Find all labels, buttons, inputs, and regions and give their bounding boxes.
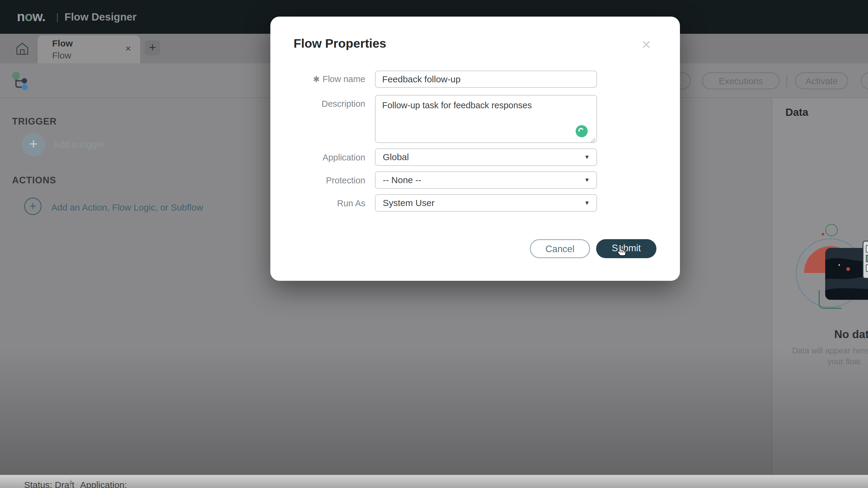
brand-letter-green: o — [25, 9, 33, 24]
now-logo: now. — [17, 9, 45, 24]
tab-flow[interactable]: Flow Flow × — [38, 35, 140, 63]
trigger-section-heading: TRIGGER — [12, 116, 57, 127]
header-divider: | — [56, 11, 59, 23]
status-value: Status: Draft — [24, 480, 74, 488]
modal-close-icon[interactable]: × — [642, 35, 651, 53]
table-icon-row — [866, 245, 868, 253]
brand-letter: n — [17, 9, 25, 24]
illustration-green-circle — [825, 224, 838, 236]
flow-branch-icon — [12, 72, 45, 96]
chevron-down-icon: ▼ — [584, 195, 590, 211]
add-trigger-label: Add a trigger — [53, 139, 105, 150]
no-data-message-line2: your flow. — [828, 357, 862, 367]
add-trigger-button[interactable]: + Add a trigger — [0, 130, 211, 160]
toolbar-divider — [786, 75, 787, 87]
submit-button[interactable]: Submit — [596, 239, 656, 258]
data-panel-heading: Data — [785, 106, 808, 118]
run-as-label: Run As — [270, 198, 365, 208]
partial-button-right[interactable] — [861, 73, 868, 89]
brand-letter: w. — [33, 9, 45, 24]
status-bar: Status: Draft | Application: — [0, 475, 868, 488]
protection-select-value: -- None -- — [383, 175, 421, 185]
actions-section-heading: ACTIONS — [12, 175, 56, 186]
illustration-red-dot — [822, 233, 824, 235]
illustration-card-red-dot — [846, 267, 850, 271]
illustration-corner-bracket — [818, 290, 841, 309]
no-data-title: No data — [834, 328, 868, 341]
executions-button[interactable]: Executions — [702, 73, 779, 89]
flow-name-label: ✱Flow name — [270, 74, 365, 84]
grammarly-arc — [578, 127, 585, 134]
home-icon — [16, 41, 29, 56]
chevron-down-icon: ▼ — [584, 172, 590, 188]
tab-subtitle: Flow — [52, 50, 71, 61]
add-action-label: Add an Action, Flow Logic, or Subflow — [51, 202, 203, 212]
add-action-button[interactable]: + Add an Action, Flow Logic, or Subflow — [0, 195, 271, 222]
canvas-bottom-shade — [0, 347, 868, 475]
illustration-table-icon — [863, 241, 868, 279]
grammarly-icon[interactable] — [576, 125, 588, 137]
run-as-select-value: System User — [383, 198, 435, 208]
protection-label: Protection — [270, 175, 365, 185]
cancel-button[interactable]: Cancel — [530, 239, 590, 258]
status-bar-divider: | — [69, 478, 72, 488]
application-select-value: Global — [383, 152, 409, 162]
description-label: Description — [270, 99, 365, 109]
description-textarea[interactable]: Follow-up task for feedback responses — [375, 95, 597, 143]
table-icon-row — [866, 264, 868, 272]
add-trigger-plus-icon: + — [22, 133, 45, 156]
table-icon-row-green — [866, 255, 868, 262]
activate-button[interactable]: Activate — [795, 73, 848, 89]
run-as-select[interactable]: System User ▼ — [375, 194, 597, 212]
flow-name-label-text: Flow name — [322, 74, 365, 84]
required-marker-icon: ✱ — [313, 75, 320, 84]
new-tab-button[interactable]: + — [145, 40, 160, 56]
modal-title: Flow Properties — [293, 36, 386, 51]
flow-properties-modal: Flow Properties × ✱Flow name Description… — [270, 17, 680, 281]
flow-designer-app: now. | Flow Designer Flow Flow × + Execu… — [0, 0, 868, 488]
application-value: Application: — [80, 480, 127, 488]
flow-name-input[interactable] — [375, 70, 597, 88]
plus-icon: + — [149, 41, 156, 54]
chevron-down-icon: ▼ — [584, 149, 590, 165]
textarea-resize-handle[interactable] — [589, 137, 595, 143]
add-action-plus-icon: + — [24, 198, 41, 215]
protection-select[interactable]: -- None -- ▼ — [375, 171, 597, 189]
tab-title: Flow — [52, 38, 73, 49]
app-title: Flow Designer — [64, 11, 136, 23]
tab-close-icon[interactable]: × — [125, 42, 131, 54]
home-button[interactable] — [7, 34, 37, 63]
application-select[interactable]: Global ▼ — [375, 148, 597, 166]
application-label: Application — [270, 153, 365, 163]
no-data-message-line1: Data will appear here once you test — [792, 346, 868, 355]
illustration-white-dot — [838, 264, 840, 266]
